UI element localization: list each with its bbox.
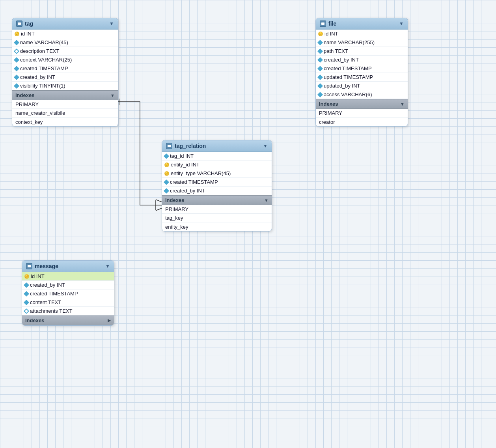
table-row: 🔑 id INT (22, 272, 114, 281)
diamond-icon (164, 153, 169, 159)
field-label: name VARCHAR(45) (20, 39, 68, 45)
key-icon: 🔑 (164, 171, 169, 176)
table-row: visibility TINYINT(1) (12, 82, 118, 90)
table-row: 🔑 entity_type VARCHAR(45) (162, 169, 272, 178)
svg-line-4 (156, 208, 162, 211)
diamond-icon (24, 291, 29, 296)
field-label: created TIMESTAMP (30, 291, 78, 297)
field-label: id INT (324, 31, 338, 37)
tag-relation-table-header[interactable]: tag_relation ▼ (162, 140, 272, 152)
indexes-label: Indexes (165, 197, 184, 203)
message-table-icon (26, 263, 32, 269)
field-label: created_by INT (30, 282, 65, 288)
table-row: created TIMESTAMP (316, 64, 408, 73)
table-row: updated_by INT (316, 82, 408, 90)
table-row: created TIMESTAMP (162, 178, 272, 187)
field-label: id INT (21, 31, 35, 37)
message-table: message ▼ 🔑 id INT created_by INT create… (22, 260, 114, 326)
key-icon: 🔑 (15, 32, 19, 36)
diamond-icon (317, 91, 323, 97)
diamond-icon (317, 83, 323, 88)
message-table-header[interactable]: message ▼ (22, 261, 114, 272)
field-label: id INT (31, 273, 45, 279)
table-row: updated TIMESTAMP (316, 73, 408, 82)
index-row: name_creator_visibile (12, 109, 118, 118)
table-row: attachments TEXT (22, 307, 114, 315)
tag-table-title: tag (25, 21, 107, 27)
tag-table: tag ▼ 🔑 id INT name VARCHAR(45) descript… (12, 18, 118, 127)
file-indexes-header[interactable]: Indexes ▼ (316, 99, 408, 109)
svg-line-2 (156, 200, 162, 202)
field-label: entity_id INT (171, 162, 200, 168)
file-table-title: file (328, 21, 397, 27)
tag-relation-table-arrow[interactable]: ▼ (263, 143, 268, 149)
table-row: created_by INT (22, 281, 114, 289)
diamond-icon (164, 179, 169, 185)
table-row: 🔑 entity_id INT (162, 161, 272, 169)
table-row: created_by INT (316, 56, 408, 64)
table-row: 🔑 id INT (316, 30, 408, 38)
diamond-icon (317, 39, 323, 45)
indexes-label: Indexes (15, 92, 34, 98)
diamond-icon (14, 57, 19, 62)
diamond-icon (164, 188, 169, 193)
diamond-icon (317, 48, 323, 54)
index-row: PRIMARY (316, 109, 408, 118)
indexes-arrow[interactable]: ▼ (264, 198, 269, 203)
field-label: name VARCHAR(255) (324, 39, 375, 45)
key-icon: 🔑 (318, 32, 323, 36)
diamond-icon (24, 299, 29, 305)
indexes-arrow[interactable]: ▼ (110, 93, 115, 98)
field-label: context VARCHAR(25) (20, 57, 72, 63)
tag-relation-indexes-header[interactable]: Indexes ▼ (162, 195, 272, 205)
field-label: created_by INT (170, 188, 205, 194)
table-row: content TEXT (22, 298, 114, 307)
table-row: name VARCHAR(45) (12, 38, 118, 47)
index-row: PRIMARY (12, 100, 118, 109)
diamond-icon (14, 74, 19, 80)
field-label: created TIMESTAMP (324, 65, 372, 71)
file-table: file ▼ 🔑 id INT name VARCHAR(255) path T… (315, 18, 408, 127)
diamond-icon (14, 65, 19, 71)
indexes-label: Indexes (25, 317, 44, 323)
tag-relation-table: tag_relation ▼ tag_id INT 🔑 entity_id IN… (162, 140, 272, 231)
message-indexes-header[interactable]: Indexes ▶ (22, 315, 114, 325)
diamond-icon (14, 39, 19, 45)
diamond-icon (14, 83, 19, 88)
field-label: created TIMESTAMP (20, 65, 68, 71)
file-table-header[interactable]: file ▼ (316, 18, 408, 30)
key-icon: 🔑 (164, 162, 169, 167)
field-label: created_by INT (20, 74, 55, 80)
indexes-label: Indexes (319, 101, 338, 107)
table-row: created_by INT (162, 187, 272, 195)
table-row: context VARCHAR(25) (12, 56, 118, 64)
field-label: entity_type VARCHAR(45) (171, 170, 231, 176)
table-row: tag_id INT (162, 152, 272, 161)
field-label: content TEXT (30, 299, 61, 305)
field-label: updated_by INT (324, 83, 360, 89)
tag-table-arrow[interactable]: ▼ (109, 21, 114, 26)
file-table-arrow[interactable]: ▼ (399, 21, 404, 26)
table-row: created TIMESTAMP (22, 289, 114, 298)
table-row: access VARCHAR(6) (316, 90, 408, 99)
diamond-icon (317, 57, 323, 62)
index-row: PRIMARY (162, 205, 272, 214)
field-label: description TEXT (20, 48, 59, 54)
tag-indexes-header[interactable]: Indexes ▼ (12, 90, 118, 100)
field-label: updated TIMESTAMP (324, 74, 373, 80)
index-row: entity_key (162, 222, 272, 231)
field-label: tag_id INT (170, 153, 194, 159)
field-label: visibility TINYINT(1) (20, 83, 65, 89)
message-table-arrow[interactable]: ▼ (105, 263, 110, 269)
tag-table-icon (16, 21, 22, 27)
tag-table-header[interactable]: tag ▼ (12, 18, 118, 30)
field-label: attachments TEXT (30, 308, 72, 314)
tag-relation-table-title: tag_relation (175, 143, 261, 149)
table-row: 🔑 id INT (12, 30, 118, 38)
indexes-arrow[interactable]: ▼ (400, 102, 405, 106)
message-table-title: message (35, 263, 103, 269)
indexes-arrow[interactable]: ▶ (108, 318, 111, 323)
diamond-outline-icon (14, 48, 19, 54)
field-label: access VARCHAR(6) (324, 91, 372, 97)
table-row: path TEXT (316, 47, 408, 56)
